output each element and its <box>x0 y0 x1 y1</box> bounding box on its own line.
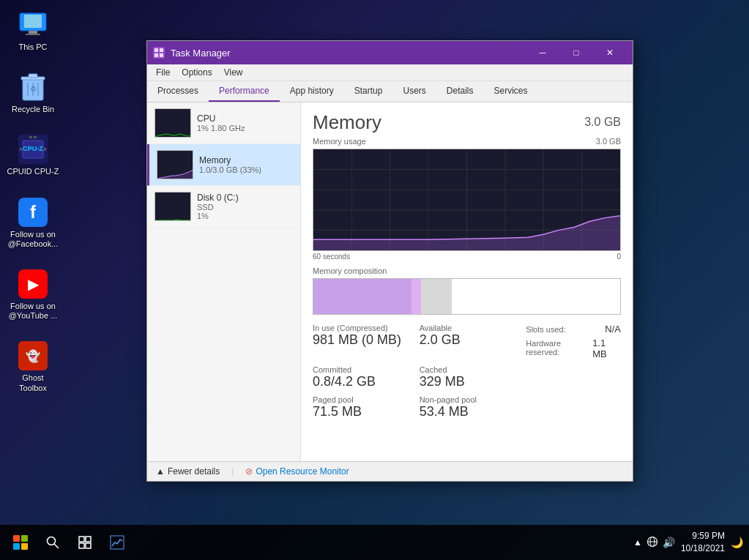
svg-line-42 <box>54 544 59 548</box>
window-controls: ─ □ ✕ <box>526 41 627 64</box>
stat-cached-value: 329 MB <box>420 374 515 389</box>
menu-bar: File Options View <box>147 64 633 81</box>
tab-services[interactable]: Services <box>484 81 538 102</box>
cpu-sidebar-info: CPU 1% 1.80 GHz <box>197 113 293 132</box>
desktop-icon-recycle-bin-label: Recycle Bin <box>12 105 54 114</box>
disk-detail2: SSD <box>197 203 293 212</box>
svg-rect-21 <box>160 48 163 52</box>
svg-rect-43 <box>79 537 84 542</box>
cpu-detail: 1% 1.80 GHz <box>197 124 293 132</box>
start-button[interactable] <box>6 528 35 557</box>
tab-app-history[interactable]: App history <box>280 81 344 102</box>
svg-rect-24 <box>155 109 191 138</box>
stat-in-use-value: 981 MB (0 MB) <box>313 332 408 348</box>
stat-slots-value: N/A <box>605 324 621 335</box>
desktop-icon-youtube[interactable]: ▶ Follow us on@YouTube ... <box>4 266 62 324</box>
stat-cached-label: Cached <box>420 365 515 374</box>
menu-options[interactable]: Options <box>176 64 217 81</box>
youtube-icon: ▶ <box>18 269 48 299</box>
disk-detail3: 1% <box>197 212 293 220</box>
chevron-up-icon: ▲ <box>156 466 165 477</box>
desktop-icon-facebook-label: Follow us on@Facebook... <box>8 230 59 249</box>
cpu-mini-chart <box>154 108 191 138</box>
win-logo-green <box>21 535 28 542</box>
desktop-icon-this-pc-label: This PC <box>18 42 47 52</box>
stat-in-use-label: In use (Compressed) <box>313 324 408 332</box>
fewer-details-button[interactable]: ▲ Fewer details <box>156 466 220 477</box>
stat-available: Available 2.0 GB <box>420 324 515 359</box>
desktop-icon-cpuid[interactable]: CPU-Z CPUID CPU-Z <box>4 132 62 179</box>
disk-sidebar-info: Disk 0 (C:) SSD 1% <box>197 193 293 220</box>
sidebar-item-cpu[interactable]: CPU 1% 1.80 GHz <box>147 102 300 144</box>
comp-used <box>313 279 411 314</box>
tm-footer: ▲ Fewer details | ⊘ Open Resource Monito… <box>147 461 633 481</box>
stat-paged-pool-label: Paged pool <box>313 395 408 404</box>
tab-processes[interactable]: Processes <box>147 81 209 102</box>
svg-rect-3 <box>26 34 40 35</box>
taskbar-left <box>6 528 132 557</box>
svg-rect-23 <box>160 53 163 57</box>
maximize-button[interactable]: □ <box>559 41 593 64</box>
svg-rect-15 <box>44 148 46 151</box>
close-button[interactable]: ✕ <box>593 41 627 64</box>
network-icon[interactable] <box>646 536 658 550</box>
tab-performance[interactable]: Performance <box>209 81 280 102</box>
menu-file[interactable]: File <box>150 64 176 81</box>
disk-name: Disk 0 (C:) <box>197 193 293 203</box>
performance-sidebar: CPU 1% 1.80 GHz Memory 1.0/3.0 GB (33%) <box>147 102 301 461</box>
sidebar-item-memory[interactable]: Memory 1.0/3.0 GB (33%) <box>147 144 300 186</box>
desktop-icon-facebook[interactable]: f Follow us on@Facebook... <box>4 195 62 252</box>
windows-logo <box>13 535 28 550</box>
tab-details[interactable]: Details <box>436 81 484 102</box>
sidebar-item-disk[interactable]: Disk 0 (C:) SSD 1% <box>147 186 300 228</box>
tab-users[interactable]: Users <box>392 81 436 102</box>
desktop-icon-cpuid-label: CPUID CPU-Z <box>7 167 59 176</box>
desktop-icon-youtube-label: Follow us on@YouTube ... <box>9 302 58 321</box>
stat-non-paged-pool-value: 53.4 MB <box>420 404 515 419</box>
desktop-icon-recycle-bin[interactable]: ♻ Recycle Bin <box>4 70 62 117</box>
chart-time-end: 0 <box>616 253 621 261</box>
performance-taskbar-button[interactable] <box>103 528 132 557</box>
comp-standby <box>421 279 452 314</box>
notification-icon[interactable]: 🌙 <box>731 537 743 548</box>
memory-detail: 1.0/3.0 GB (33%) <box>199 165 293 174</box>
sound-icon[interactable]: 🔊 <box>663 537 675 548</box>
svg-point-41 <box>48 537 56 545</box>
svg-rect-14 <box>20 148 22 151</box>
fewer-details-label: Fewer details <box>168 466 220 477</box>
memory-sidebar-info: Memory 1.0/3.0 GB (33%) <box>199 155 293 174</box>
task-view-button[interactable] <box>70 528 100 557</box>
stat-in-use: In use (Compressed) 981 MB (0 MB) <box>313 324 408 359</box>
stat-non-paged-pool: Non-paged pool 53.4 MB <box>420 395 515 419</box>
chart-time-labels: 60 seconds 0 <box>313 253 621 261</box>
tab-startup[interactable]: Startup <box>344 81 393 102</box>
ghost-toolbox-icon: 👻 <box>18 341 48 370</box>
svg-rect-22 <box>154 53 158 57</box>
search-button[interactable] <box>38 528 67 557</box>
win-logo-yellow <box>21 543 28 550</box>
desktop-icons: This PC ♻ Recycle Bin CPU-Z <box>0 0 66 403</box>
open-resource-monitor-label: Open Resource Monitor <box>256 466 349 477</box>
resource-monitor-icon: ⊘ <box>245 466 253 477</box>
content-title: Memory <box>313 111 381 134</box>
menu-view[interactable]: View <box>218 64 249 81</box>
stat-available-label: Available <box>420 324 515 332</box>
memory-mini-chart <box>157 150 193 179</box>
tm-body: CPU 1% 1.80 GHz Memory 1.0/3.0 GB (33%) <box>147 102 633 461</box>
svg-rect-44 <box>86 537 91 542</box>
memory-usage-chart <box>313 149 621 251</box>
desktop-icon-ghost-toolbox[interactable]: 👻 GhostToolbox <box>4 338 62 395</box>
taskbar: ▲ 🔊 9:59 PM 10/18/2021 🌙 <box>0 525 749 560</box>
svg-text:CPU-Z: CPU-Z <box>23 145 43 152</box>
title-bar-text: Task Manager <box>171 48 231 59</box>
svg-rect-1 <box>24 15 42 28</box>
minimize-button[interactable]: ─ <box>526 41 559 64</box>
stat-slots: Slots used: N/A Hardware reserved: 1.1 M… <box>526 324 621 359</box>
taskbar-clock[interactable]: 9:59 PM 10/18/2021 <box>681 530 725 555</box>
chart-usage-text: Memory usage <box>313 137 366 146</box>
svg-rect-46 <box>86 543 91 548</box>
open-resource-monitor-link[interactable]: ⊘ Open Resource Monitor <box>245 466 349 477</box>
stat-empty <box>526 365 621 389</box>
hidden-icons-button[interactable]: ▲ <box>633 537 642 548</box>
desktop-icon-this-pc[interactable]: This PC <box>4 7 62 55</box>
